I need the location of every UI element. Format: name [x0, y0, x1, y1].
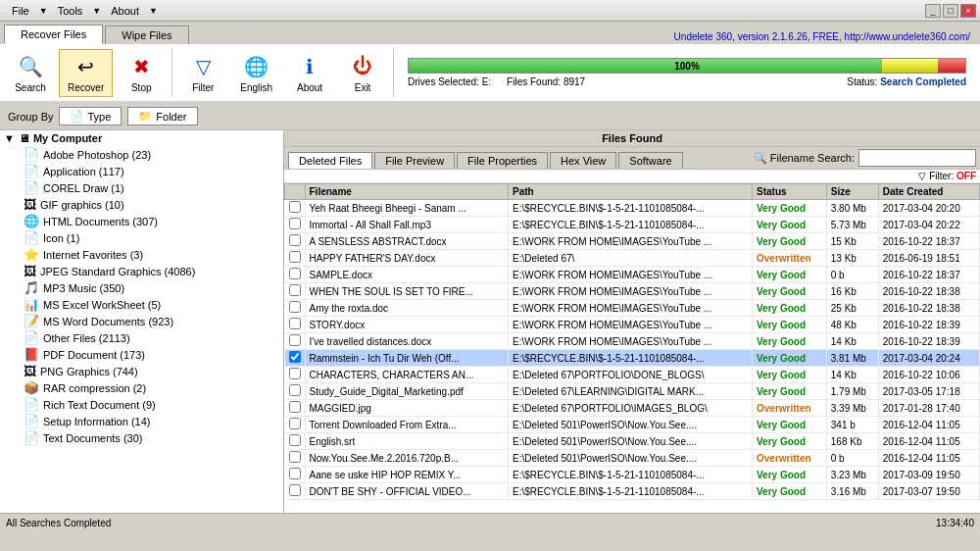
table-row[interactable]: Study_Guide_Digital_Marketing.pdf E:\Del… — [285, 383, 980, 400]
tree-item[interactable]: 📦RAR compression (2) — [20, 379, 283, 396]
tree-item[interactable]: 📄Setup Information (14) — [20, 413, 283, 429]
tree-item[interactable]: 🎵MP3 Music (350) — [20, 279, 283, 296]
row-checkbox[interactable] — [289, 401, 301, 413]
tab-recover-files[interactable]: Recover Files — [4, 25, 103, 44]
tree-item[interactable]: 🖼JPEG Standard Graphics (4086) — [20, 263, 283, 279]
row-checkbox[interactable] — [289, 268, 301, 279]
row-check-cell[interactable] — [285, 350, 306, 367]
tree-item[interactable]: 📄Adobe Photoshop (23) — [20, 146, 283, 163]
groupby-type-button[interactable]: 📄 Type — [59, 107, 122, 125]
tab-deleted-files[interactable]: Deleted Files — [288, 152, 372, 169]
col-size[interactable]: Size — [826, 184, 878, 200]
table-row[interactable]: Amy the roxta.doc E:\WORK FROM HOME\IMAG… — [285, 300, 980, 317]
menu-file[interactable]: File — [4, 3, 37, 19]
english-button[interactable]: 🌐 English — [231, 49, 281, 97]
menu-about[interactable]: About — [103, 3, 147, 19]
table-row[interactable]: STORY.docx E:\WORK FROM HOME\IMAGES\YouT… — [285, 317, 980, 333]
table-row[interactable]: English.srt E:\Deleted 501\PowerISO\Now.… — [285, 433, 980, 450]
row-checkbox[interactable] — [289, 284, 301, 296]
filter-value[interactable]: OFF — [956, 171, 976, 181]
close-button[interactable]: × — [960, 4, 976, 18]
row-checkbox[interactable] — [289, 484, 301, 496]
row-checkbox[interactable] — [289, 334, 301, 346]
row-checkbox[interactable] — [289, 301, 301, 313]
row-check-cell[interactable] — [285, 300, 306, 317]
tab-hex-view[interactable]: Hex View — [550, 152, 616, 169]
table-row[interactable]: Rammstein - Ich Tu Dir Weh (Off... E:\$R… — [285, 350, 980, 367]
row-check-cell[interactable] — [285, 467, 306, 483]
row-check-cell[interactable] — [285, 450, 306, 467]
row-check-cell[interactable] — [285, 483, 306, 500]
table-row[interactable]: Torrent Downloaded From Extra... E:\Dele… — [285, 417, 980, 433]
recover-button[interactable]: ↩ Recover — [59, 49, 113, 97]
col-date[interactable]: Date Created — [878, 184, 979, 200]
table-row[interactable]: Immortal - All Shall Fall.mp3 E:\$RECYCL… — [285, 217, 980, 233]
table-row[interactable]: A SENSLESS ABSTRACT.docx E:\WORK FROM HO… — [285, 233, 980, 250]
tree-item[interactable]: 📄Rich Text Document (9) — [20, 396, 283, 413]
exit-button[interactable]: ⏻ Exit — [338, 49, 387, 97]
col-filename[interactable]: Filename — [305, 184, 508, 200]
tab-file-preview[interactable]: File Preview — [374, 152, 455, 169]
tree-item[interactable]: 📄Text Documents (30) — [20, 429, 283, 446]
row-checkbox[interactable] — [289, 368, 301, 379]
tree-item[interactable]: 📄Application (117) — [20, 163, 283, 179]
tree-item[interactable]: 📝MS Word Documents (923) — [20, 313, 283, 329]
table-row[interactable]: HAPPY FATHER'S DAY.docx E:\Deleted 67\ O… — [285, 250, 980, 267]
row-checkbox[interactable] — [289, 451, 301, 463]
row-checkbox[interactable] — [289, 351, 301, 363]
menu-tools[interactable]: Tools — [50, 3, 91, 19]
filename-search-input[interactable] — [858, 149, 976, 167]
col-status[interactable]: Status — [753, 184, 827, 200]
tree-item[interactable]: 🌐HTML Documents (307) — [20, 213, 283, 229]
row-check-cell[interactable] — [285, 283, 306, 300]
row-checkbox[interactable] — [289, 318, 301, 329]
tab-software[interactable]: Software — [618, 152, 682, 169]
row-check-cell[interactable] — [285, 200, 306, 217]
tree-root-mycomputer[interactable]: ▼ 🖥 My Computer — [0, 130, 283, 146]
files-table-wrapper[interactable]: Filename Path Status Size Date Created Y… — [284, 183, 980, 513]
row-check-cell[interactable] — [285, 383, 306, 400]
tree-item[interactable]: 🖼PNG Graphics (744) — [20, 363, 283, 379]
row-check-cell[interactable] — [285, 433, 306, 450]
row-checkbox[interactable] — [289, 218, 301, 229]
table-row[interactable]: Now.You.See.Me.2.2016.720p.B... E:\Delet… — [285, 450, 980, 467]
table-row[interactable]: I've travelled distances.docx E:\WORK FR… — [285, 333, 980, 350]
row-checkbox[interactable] — [289, 434, 301, 446]
row-checkbox[interactable] — [289, 418, 301, 429]
row-check-cell[interactable] — [285, 400, 306, 417]
undelete-link[interactable]: Undelete 360, version 2.1.6.26, FREE, ht… — [674, 31, 970, 42]
table-row[interactable]: Aane se uske HIP HOP REMIX Y... E:\$RECY… — [285, 467, 980, 483]
row-check-cell[interactable] — [285, 367, 306, 383]
table-row[interactable]: SAMPLE.docx E:\WORK FROM HOME\IMAGES\You… — [285, 267, 980, 283]
tree-item[interactable]: 📄Other Files (2113) — [20, 329, 283, 346]
row-check-cell[interactable] — [285, 417, 306, 433]
col-path[interactable]: Path — [508, 184, 752, 200]
tree-item[interactable]: 📕PDF Document (173) — [20, 346, 283, 363]
tree-item[interactable]: 📊MS Excel WorkSheet (5) — [20, 296, 283, 313]
row-check-cell[interactable] — [285, 250, 306, 267]
table-row[interactable]: MAGGIED.jpg E:\Deleted 67\PORTFOLIO\IMAG… — [285, 400, 980, 417]
tab-wipe-files[interactable]: Wipe Files — [105, 25, 188, 44]
groupby-folder-button[interactable]: 📁 Folder — [127, 107, 197, 125]
tree-item[interactable]: 📄Icon (1) — [20, 229, 283, 246]
search-button[interactable]: 🔍 Search — [6, 49, 55, 97]
minimize-button[interactable]: _ — [925, 4, 941, 18]
stop-button[interactable]: ✖ Stop — [117, 49, 166, 97]
table-row[interactable]: CHARACTERS, CHARACTERS AN... E:\Deleted … — [285, 367, 980, 383]
row-checkbox[interactable] — [289, 251, 301, 263]
row-checkbox[interactable] — [289, 468, 301, 479]
tree-item[interactable]: 🖼GIF graphics (10) — [20, 196, 283, 213]
maximize-button[interactable]: □ — [943, 4, 958, 18]
tree-item[interactable]: 📄COREL Draw (1) — [20, 179, 283, 196]
table-row[interactable]: Yeh Raat Bheegi Bheegi - Sanam ... E:\$R… — [285, 200, 980, 217]
row-checkbox[interactable] — [289, 201, 301, 213]
tree-scroll[interactable]: ▼ 🖥 My Computer 📄Adobe Photoshop (23)📄Ap… — [0, 130, 283, 513]
tree-item[interactable]: ⭐Internet Favorites (3) — [20, 246, 283, 263]
row-check-cell[interactable] — [285, 233, 306, 250]
row-checkbox[interactable] — [289, 384, 301, 396]
table-row[interactable]: DON'T BE SHY - OFFICIAL VIDEO... E:\$REC… — [285, 483, 980, 500]
row-check-cell[interactable] — [285, 267, 306, 283]
about-button[interactable]: ℹ About — [285, 49, 334, 97]
table-row[interactable]: WHEN THE SOUL IS SET TO FIRE... E:\WORK … — [285, 283, 980, 300]
col-check[interactable] — [285, 184, 306, 200]
